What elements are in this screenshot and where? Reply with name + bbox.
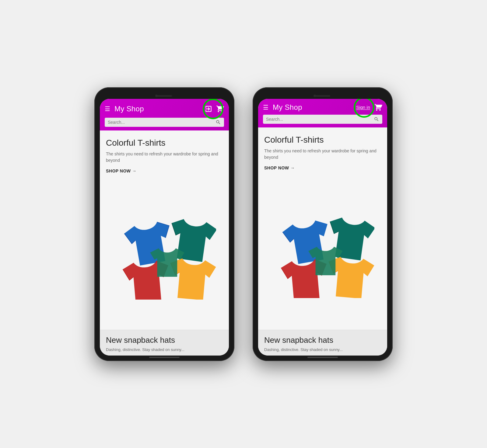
app-header-1: ☰ My Shop (100, 99, 229, 130)
bottom-section-2: New snapback hats Dashing, distinctive. … (258, 330, 387, 356)
phone-speaker-1 (157, 95, 172, 97)
cart-svg-1 (216, 105, 224, 113)
tshirts-svg-2 (271, 207, 374, 298)
home-bar-1 (149, 357, 180, 358)
sign-in-icon-button-1[interactable] (203, 103, 214, 115)
bottom-subtitle-2: Dashing, distinctive. Stay shaded on sun… (264, 347, 381, 352)
app-title-1: My Shop (114, 105, 203, 113)
phone-1: ☰ My Shop (94, 87, 234, 361)
phone-speaker-2 (315, 95, 330, 97)
phone-screen-1: ☰ My Shop (100, 99, 229, 356)
hero-subtitle-2: The shirts you need to refresh your ward… (264, 148, 381, 161)
menu-icon-2[interactable]: ☰ (263, 104, 268, 110)
header-actions-2: Sign in (354, 103, 382, 111)
tshirts-area-2 (258, 175, 387, 329)
bottom-section-1: New snapback hats Dashing, distinctive. … (100, 330, 229, 356)
cart-icon-2[interactable] (374, 103, 382, 111)
search-input-2[interactable] (266, 117, 374, 122)
phone-comparison: ☰ My Shop (94, 87, 393, 361)
app-header-2: ☰ My Shop Sign in (258, 99, 387, 127)
hero-section-2: Colorful T-shirts The shirts you need to… (258, 127, 387, 175)
shop-now-button-1[interactable]: SHOP NOW → (106, 168, 223, 173)
search-button-2[interactable] (374, 116, 379, 122)
bottom-title-1: New snapback hats (106, 335, 223, 345)
search-input-1[interactable] (108, 120, 215, 125)
hero-subtitle-1: The shirts you need to refresh your ward… (106, 151, 223, 164)
search-bar-1 (105, 118, 224, 127)
tshirts-svg-1 (113, 208, 216, 300)
phone-screen-2: ☰ My Shop Sign in (258, 99, 387, 356)
shop-now-button-2[interactable]: SHOP NOW → (264, 165, 381, 170)
phone-2: ☰ My Shop Sign in (253, 87, 393, 361)
search-icon-2 (374, 116, 379, 122)
app-content-1: Colorful T-shirts The shirts you need to… (100, 130, 229, 356)
bottom-title-2: New snapback hats (264, 335, 381, 345)
sign-in-icon-svg-1 (205, 105, 212, 113)
search-button-1[interactable] (215, 120, 221, 125)
search-bar-2 (263, 115, 382, 124)
hero-section-1: Colorful T-shirts The shirts you need to… (100, 130, 229, 179)
app-title-2: My Shop (273, 103, 354, 112)
hero-title-2: Colorful T-shirts (264, 135, 381, 145)
sign-in-text-button-2[interactable]: Sign in (354, 103, 373, 111)
app-content-2: Colorful T-shirts The shirts you need to… (258, 127, 387, 356)
header-top-1: ☰ My Shop (105, 103, 224, 115)
cart-icon-1[interactable] (216, 105, 224, 113)
header-actions-1 (203, 103, 224, 115)
tshirts-area-1 (100, 178, 229, 329)
home-bar-2 (307, 357, 338, 358)
menu-icon-1[interactable]: ☰ (105, 106, 110, 112)
hero-title-1: Colorful T-shirts (106, 138, 223, 148)
header-top-2: ☰ My Shop Sign in (263, 103, 382, 112)
search-icon-1 (215, 120, 221, 125)
bottom-subtitle-1: Dashing, distinctive. Stay shaded on sun… (106, 347, 223, 352)
cart-svg-2 (374, 103, 382, 111)
